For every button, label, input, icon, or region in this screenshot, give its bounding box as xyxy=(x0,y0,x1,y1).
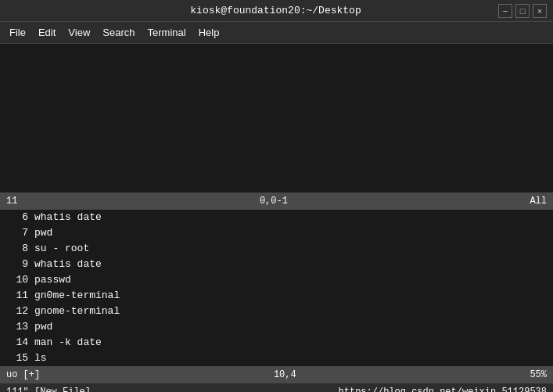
status-bottom2-left: 111" [New File] xyxy=(6,387,91,392)
line-number: 8 xyxy=(3,241,28,257)
line-content: pwd xyxy=(34,319,52,335)
table-row: 10passwd xyxy=(0,272,553,288)
table-row: 12gnome-terminal xyxy=(0,304,553,319)
status-bottom1-center: 10,4 xyxy=(274,369,296,380)
menu-help[interactable]: Help xyxy=(192,23,226,41)
title-bar: kiosk@foundation20:~/Desktop − □ × xyxy=(0,0,553,22)
line-number: 10 xyxy=(3,272,28,288)
status-bottom1-left: uo [+] xyxy=(6,369,40,380)
maximize-button[interactable]: □ xyxy=(515,4,530,18)
menu-terminal[interactable]: Terminal xyxy=(142,23,192,41)
status-bottom2-right: https://blog.csdn.net/weixin_51129538 xyxy=(339,387,547,392)
table-row: 6whatis date xyxy=(0,210,553,225)
table-row: 8su - root xyxy=(0,241,553,257)
line-number: 13 xyxy=(3,319,28,335)
line-content: ls xyxy=(34,351,47,366)
status-right: All xyxy=(530,196,547,207)
table-row: 11gn0me-terminal xyxy=(0,288,553,304)
line-number: 9 xyxy=(3,257,28,272)
terminal-content: 6whatis date7pwd8su - root9whatis date10… xyxy=(0,210,553,366)
table-row: 14man -k date xyxy=(0,335,553,351)
table-row: 9whatis date xyxy=(0,257,553,272)
line-number: 14 xyxy=(3,335,28,351)
menu-edit[interactable]: Edit xyxy=(32,23,62,41)
menu-file[interactable]: File xyxy=(3,23,32,41)
menu-search[interactable]: Search xyxy=(96,23,141,41)
close-button[interactable]: × xyxy=(533,4,547,18)
line-number: 12 xyxy=(3,304,28,319)
line-content: gnome-terminal xyxy=(34,304,120,319)
line-number: 6 xyxy=(3,210,28,225)
line-number: 7 xyxy=(3,225,28,241)
status-bar-bottom2: 111" [New File] https://blog.csdn.net/we… xyxy=(0,383,553,392)
status-center: 0,0-1 xyxy=(260,196,288,207)
status-bottom1-right: 55% xyxy=(530,369,547,380)
line-content: gn0me-terminal xyxy=(34,288,120,304)
line-content: passwd xyxy=(34,272,71,288)
line-number: 11 xyxy=(3,288,28,304)
status-left: 11 xyxy=(6,196,17,207)
terminal-upper-area xyxy=(0,44,553,192)
line-content: pwd xyxy=(34,225,52,241)
status-bar-bottom1: uo [+] 10,4 55% xyxy=(0,366,553,383)
table-row: 15ls xyxy=(0,351,553,366)
menu-bar: File Edit View Search Terminal Help xyxy=(0,22,553,44)
line-number: 15 xyxy=(3,351,28,366)
table-row: 7pwd xyxy=(0,225,553,241)
menu-view[interactable]: View xyxy=(62,23,96,41)
minimize-button[interactable]: − xyxy=(498,4,512,18)
status-bar-middle: 11 0,0-1 All xyxy=(0,192,553,210)
table-row: 13pwd xyxy=(0,319,553,335)
window-controls: − □ × xyxy=(498,4,547,18)
line-content: man -k date xyxy=(34,335,102,351)
line-content: whatis date xyxy=(34,210,102,225)
line-content: whatis date xyxy=(34,257,102,272)
line-content: su - root xyxy=(34,241,89,257)
window-title: kiosk@foundation20:~/Desktop xyxy=(53,5,498,16)
